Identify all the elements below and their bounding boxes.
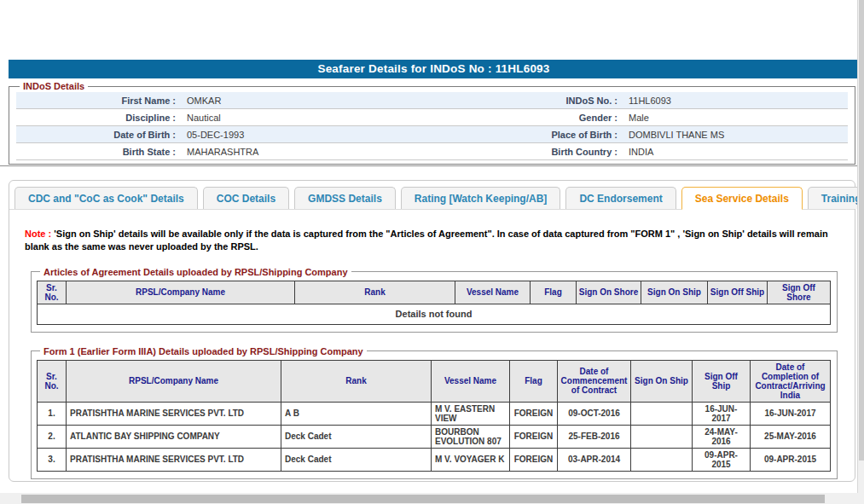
articles-of-agreement-table: Sr. No. RPSL/Company Name Rank Vessel Na… xyxy=(37,281,831,325)
birth-state-label: Birth State : xyxy=(16,147,180,157)
cell-sign-on-ship xyxy=(631,402,693,425)
section-divider xyxy=(0,165,858,166)
cell-flag: FOREIGN xyxy=(510,448,558,471)
page-title: Seafarer Details for INDoS No : 11HL6093 xyxy=(9,60,859,78)
birth-state-value: MAHARASHTRA xyxy=(180,147,449,157)
cell-sr-no: 2. xyxy=(38,425,67,448)
birth-country-label: Birth Country : xyxy=(449,147,622,157)
cell-sign-on-ship xyxy=(631,448,693,471)
note-label: Note : xyxy=(25,229,51,239)
table-row: 3. PRATISHTHA MARINE SERVICES PVT. LTD D… xyxy=(38,448,831,471)
tab-coc-details[interactable]: COC Details xyxy=(203,187,289,209)
cell-completion-date: 16-JUN-2017 xyxy=(751,402,831,425)
indos-no-value: 11HL6093 xyxy=(622,96,848,106)
col-header-sign-off-ship: Sign Off Ship xyxy=(708,281,768,304)
place-of-birth-label: Place of Birth : xyxy=(449,130,622,140)
cell-sr-no: 3. xyxy=(38,448,67,471)
col-header-flag: Flag xyxy=(510,360,558,402)
tab-sea-service-details[interactable]: Sea Service Details xyxy=(681,187,803,210)
vertical-scrollbar[interactable] xyxy=(857,0,864,493)
vertical-scrollbar-thumb[interactable] xyxy=(859,0,864,461)
seafarer-tabs-panel: CDC and "CoC as Cook" Details COC Detail… xyxy=(9,180,855,482)
sign-on-ship-note: Note : 'Sign on Ship' details will be av… xyxy=(25,228,841,253)
col-header-sign-off-ship: Sign Off Ship xyxy=(693,360,751,402)
cell-vessel: M V. VOYAGER K xyxy=(432,448,510,471)
cell-sign-off-ship: 16-JUN-2017 xyxy=(693,402,751,425)
tab-training-details[interactable]: Training Details xyxy=(808,187,864,209)
col-header-vessel: Vessel Name xyxy=(432,360,510,402)
col-header-company: RPSL/Company Name xyxy=(67,281,295,304)
first-name-value: OMKAR xyxy=(180,96,449,106)
col-header-sign-on-ship: Sign On Ship xyxy=(631,360,693,402)
cell-commencement-date: 25-FEB-2016 xyxy=(558,425,631,448)
col-header-company: RPSL/Company Name xyxy=(67,360,281,402)
info-row-birth-state-country: Birth State : MAHARASHTRA Birth Country … xyxy=(16,143,848,160)
cell-sign-off-ship: 09-APR-2015 xyxy=(693,448,751,471)
cell-sign-off-ship: 24-MAY-2016 xyxy=(693,425,751,448)
cell-flag: FOREIGN xyxy=(510,402,558,425)
col-header-vessel: Vessel Name xyxy=(455,281,531,304)
col-header-rank: Rank xyxy=(281,360,432,402)
indos-details-legend: INDoS Details xyxy=(20,81,88,91)
col-header-completion-date: Date of Completion of Contract/Arriving … xyxy=(751,360,831,402)
table-row: 1. PRATISHTHA MARINE SERVICES PVT. LTD A… xyxy=(38,402,831,425)
tab-rating-watch-keeping[interactable]: Rating [Watch Keeping/AB] xyxy=(401,187,561,209)
cell-completion-date: 25-MAY-2016 xyxy=(751,425,831,448)
cell-vessel: M V. EASTERN VIEW xyxy=(432,402,510,425)
tab-bar: CDC and "CoC as Cook" Details COC Detail… xyxy=(9,181,855,210)
col-header-commencement-date: Date of Commencement of Contract xyxy=(558,360,631,402)
cell-sign-on-ship xyxy=(631,425,693,448)
cell-commencement-date: 03-APR-2014 xyxy=(558,448,631,471)
col-header-flag: Flag xyxy=(531,281,577,304)
birth-country-value: INDIA xyxy=(622,147,848,157)
info-row-name-indos: First Name : OMKAR INDoS No. : 11HL6093 xyxy=(16,92,848,109)
cell-rank: Deck Cadet xyxy=(281,425,432,448)
cell-commencement-date: 09-OCT-2016 xyxy=(558,402,631,425)
articles-of-agreement-section: Articles of Agreement Details uploaded b… xyxy=(31,267,838,333)
discipline-label: Discipline : xyxy=(16,113,180,123)
date-of-birth-label: Date of Birth : xyxy=(16,130,180,140)
col-header-sr-no: Sr. No. xyxy=(38,360,67,402)
gender-value: Male xyxy=(622,113,848,123)
indos-no-label: INDoS No. : xyxy=(449,96,622,106)
form1-legend: Form 1 (Earlier Form IIIA) Details uploa… xyxy=(40,346,367,356)
discipline-value: Nautical xyxy=(180,113,449,123)
tab-cdc-coc-as-cook[interactable]: CDC and "CoC as Cook" Details xyxy=(14,187,198,209)
table-empty-row: Details not found xyxy=(38,304,831,324)
horizontal-scrollbar-thumb[interactable] xyxy=(21,495,825,503)
cell-flag: FOREIGN xyxy=(510,425,558,448)
date-of-birth-value: 05-DEC-1993 xyxy=(180,130,449,140)
cell-completion-date: 09-APR-2015 xyxy=(751,448,831,471)
col-header-sign-on-shore: Sign On Shore xyxy=(577,281,641,304)
indos-details-section: INDoS Details First Name : OMKAR INDoS N… xyxy=(9,81,855,165)
col-header-rank: Rank xyxy=(295,281,455,304)
horizontal-scrollbar[interactable] xyxy=(0,493,864,504)
cell-sr-no: 1. xyxy=(38,402,67,425)
note-text: 'Sign on Ship' details will be available… xyxy=(25,229,828,252)
table-row: 2. ATLANTIC BAY SHIPPING COMPANY Deck Ca… xyxy=(38,425,831,448)
cell-vessel: BOURBON EVOLUTION 807 xyxy=(432,425,510,448)
tab-gmdss-details[interactable]: GMDSS Details xyxy=(294,187,396,209)
gender-label: Gender : xyxy=(449,113,622,123)
cell-rank: A B xyxy=(281,402,432,425)
info-row-birth: Date of Birth : 05-DEC-1993 Place of Bir… xyxy=(16,126,848,143)
articles-of-agreement-legend: Articles of Agreement Details uploaded b… xyxy=(40,267,351,277)
form1-table: Sr. No. RPSL/Company Name Rank Vessel Na… xyxy=(37,360,831,472)
cell-company: ATLANTIC BAY SHIPPING COMPANY xyxy=(67,425,281,448)
col-header-sr-no: Sr. No. xyxy=(38,281,67,304)
col-header-sign-off-shore: Sign Off Shore xyxy=(768,281,831,304)
place-of-birth-value: DOMBIVLI THANE MS xyxy=(622,130,848,140)
cell-company: PRATISHTHA MARINE SERVICES PVT. LTD xyxy=(67,402,281,425)
col-header-sign-on-ship: Sign On Ship xyxy=(641,281,708,304)
details-not-found-message: Details not found xyxy=(38,304,831,324)
page-content: Seafarer Details for INDoS No : 11HL6093… xyxy=(0,0,857,482)
tab-dc-endorsement[interactable]: DC Endorsement xyxy=(565,187,676,209)
first-name-label: First Name : xyxy=(16,96,180,106)
info-row-discipline-gender: Discipline : Nautical Gender : Male xyxy=(16,109,848,126)
table-header-row: Sr. No. RPSL/Company Name Rank Vessel Na… xyxy=(38,360,831,402)
cell-rank: Deck Cadet xyxy=(281,448,432,471)
form1-section: Form 1 (Earlier Form IIIA) Details uploa… xyxy=(31,346,838,479)
cell-company: PRATISHTHA MARINE SERVICES PVT. LTD xyxy=(67,448,281,471)
table-header-row: Sr. No. RPSL/Company Name Rank Vessel Na… xyxy=(38,281,831,304)
